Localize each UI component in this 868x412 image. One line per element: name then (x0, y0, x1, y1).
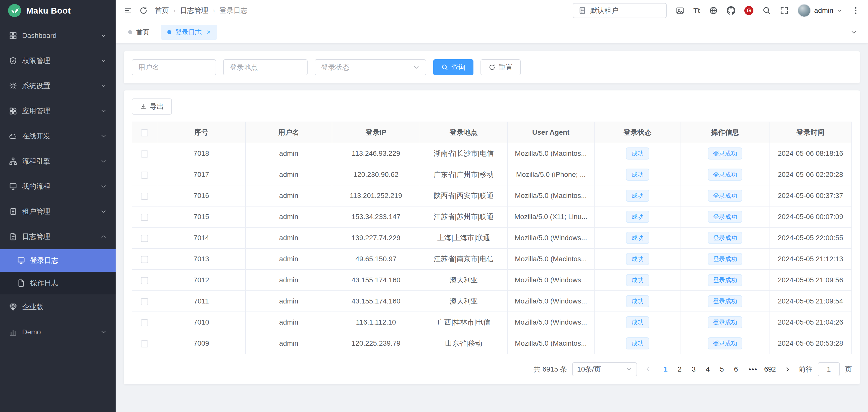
sidebar-item-system-settings[interactable]: 系统设置 (0, 73, 116, 98)
cell-user-agent: Mozilla/5.0 (Macintos... (507, 185, 594, 206)
cell-status: 成功 (594, 291, 681, 312)
settings-kebab-icon[interactable] (851, 6, 860, 15)
cell-user-agent: Mozilla/5.0 (Windows... (507, 312, 594, 333)
app-logo[interactable]: Maku Boot (0, 0, 116, 21)
select-all-checkbox[interactable] (141, 129, 148, 136)
sidebar-item-login-log[interactable]: 登录日志 (0, 249, 116, 272)
sidebar-item-label: 应用管理 (22, 106, 95, 116)
goto-page-input[interactable] (818, 362, 840, 376)
user-avatar (798, 4, 811, 17)
sidebar-item-tenant-management[interactable]: 租户管理 (0, 199, 116, 224)
sidebar-item-permissions[interactable]: 权限管理 (0, 48, 116, 73)
gitee-icon[interactable]: G (744, 6, 753, 15)
page-number-button[interactable]: 3 (687, 362, 701, 376)
row-checkbox[interactable] (141, 235, 148, 242)
language-globe-icon[interactable] (709, 6, 718, 15)
page-number-button[interactable]: 1 (659, 362, 672, 376)
operation-badge[interactable]: 登录成功 (708, 211, 742, 223)
prev-page-button[interactable] (642, 362, 654, 376)
refresh-page-icon[interactable] (139, 6, 148, 15)
sidebar-item-log-management[interactable]: 日志管理 (0, 224, 116, 249)
operation-badge[interactable]: 登录成功 (708, 316, 742, 328)
tab-home[interactable]: 首页 (122, 25, 156, 40)
column-header: 操作信息 (681, 122, 769, 143)
row-checkbox[interactable] (141, 298, 148, 305)
cell-time: 2024-05-06 00:07:09 (769, 206, 852, 227)
status-select-placeholder: 登录状态 (321, 63, 349, 72)
row-checkbox[interactable] (141, 340, 148, 347)
sidebar-item-dashboard[interactable]: Dashboard (0, 23, 116, 48)
row-checkbox[interactable] (141, 193, 148, 200)
cell-status: 成功 (594, 249, 681, 270)
table-header-row: 序号用户名登录IP登录地点User Agent登录状态操作信息登录时间 (132, 122, 852, 143)
cell-username: admin (246, 164, 332, 185)
header-actions: 默认租户 Tt G admin (573, 3, 860, 18)
row-checkbox[interactable] (141, 277, 148, 284)
operation-badge[interactable]: 登录成功 (708, 168, 742, 181)
page-number-button[interactable]: 2 (673, 362, 686, 376)
sidebar-item-my-workflow[interactable]: 我的流程 (0, 174, 116, 199)
operation-badge[interactable]: 登录成功 (708, 338, 742, 349)
export-button[interactable]: 导出 (132, 98, 172, 115)
row-select-cell (132, 143, 157, 164)
sidebar-item-app-management[interactable]: 应用管理 (0, 98, 116, 124)
tenant-select[interactable]: 默认租户 (573, 3, 667, 18)
cell-time: 2024-05-06 02:20:28 (769, 164, 852, 185)
screenshot-icon[interactable] (676, 6, 684, 15)
tab-actions-dropdown[interactable] (845, 21, 862, 43)
row-checkbox[interactable] (141, 171, 148, 179)
breadcrumb-item[interactable]: 日志管理 (180, 6, 208, 15)
chevron-down-icon (100, 108, 106, 114)
page-size-select[interactable]: 10条/页 (572, 362, 637, 376)
sidebar-item-workflow-engine[interactable]: 流程引擎 (0, 149, 116, 174)
operation-badge[interactable]: 登录成功 (708, 253, 742, 265)
table-row: 7009admin120.225.239.79山东省|移动Mozilla/5.0… (132, 333, 852, 354)
tab-close-icon[interactable]: × (207, 29, 211, 36)
page-number-button[interactable]: 5 (715, 362, 728, 376)
page-number-button[interactable]: 4 (702, 362, 714, 376)
sidebar-item-online-dev[interactable]: 在线开发 (0, 124, 116, 149)
cell-location: 澳大利亚 (420, 291, 507, 312)
status-select[interactable]: 登录状态 (315, 59, 426, 75)
tab-bar: 首页登录日志× (116, 21, 868, 43)
tab-login-log[interactable]: 登录日志× (161, 25, 217, 40)
last-page-button[interactable]: 692 (764, 362, 777, 376)
operation-badge[interactable]: 登录成功 (708, 274, 742, 286)
collapse-sidebar-icon[interactable] (124, 6, 132, 15)
fullscreen-icon[interactable] (780, 6, 788, 15)
location-input[interactable] (223, 59, 308, 75)
operation-badge[interactable]: 登录成功 (708, 232, 742, 244)
operation-badge[interactable]: 登录成功 (708, 295, 742, 307)
cell-user-agent: Mozilla/5.0 (iPhone; ... (507, 164, 594, 185)
cell-ip: 43.155.174.160 (332, 270, 420, 291)
page-ellipsis[interactable]: ••• (748, 365, 758, 373)
page-number-button[interactable]: 6 (730, 362, 743, 376)
cell-operation: 登录成功 (681, 227, 769, 249)
sidebar-item-demo[interactable]: Demo (0, 320, 116, 345)
reset-button[interactable]: 重置 (480, 59, 521, 75)
github-icon[interactable] (727, 6, 735, 15)
breadcrumb-item[interactable]: 首页 (155, 6, 169, 15)
search-button[interactable]: 查询 (433, 59, 473, 75)
row-checkbox[interactable] (141, 151, 148, 158)
row-checkbox[interactable] (141, 214, 148, 221)
font-size-icon[interactable]: Tt (693, 6, 700, 15)
row-checkbox[interactable] (141, 256, 148, 263)
row-select-cell (132, 270, 157, 291)
operation-badge[interactable]: 登录成功 (708, 190, 742, 202)
operation-badge[interactable]: 登录成功 (708, 148, 742, 160)
tab-list: 首页登录日志× (122, 25, 217, 40)
username-input[interactable] (132, 59, 216, 75)
column-header: 用户名 (246, 122, 332, 143)
tenant-building-icon (578, 6, 586, 14)
sidebar-item-label: 日志管理 (22, 232, 95, 242)
cell-username: admin (246, 227, 332, 249)
row-select-cell (132, 291, 157, 312)
search-icon[interactable] (763, 6, 771, 15)
tab-dot-icon (128, 30, 132, 34)
user-menu[interactable]: admin (798, 4, 842, 17)
row-checkbox[interactable] (141, 319, 148, 326)
sidebar-item-enterprise[interactable]: 企业版 (0, 294, 116, 320)
sidebar-item-operation-log[interactable]: 操作日志 (0, 272, 116, 294)
next-page-button[interactable] (781, 362, 794, 376)
